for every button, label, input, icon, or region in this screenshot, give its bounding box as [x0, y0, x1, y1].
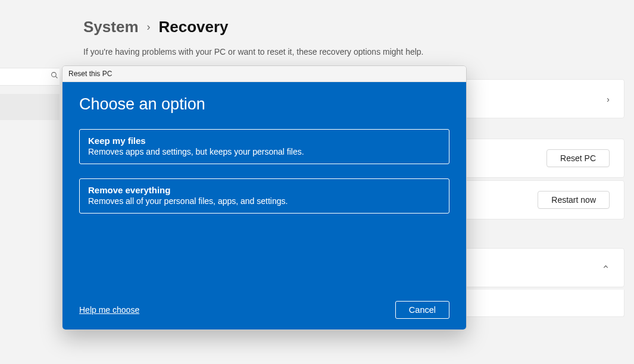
option-desc: Removes apps and settings, but keeps you… [88, 147, 441, 156]
option-desc: Removes all of your personal files, apps… [88, 196, 441, 206]
cancel-button[interactable]: Cancel [395, 301, 449, 319]
breadcrumb-current: Recovery [159, 18, 229, 36]
reset-pc-dialog: Reset this PC Choose an option Keep my f… [62, 65, 467, 330]
breadcrumb: System › Recovery [83, 18, 624, 36]
option-keep-my-files[interactable]: Keep my files Removes apps and settings,… [79, 129, 449, 164]
chevron-right-icon: › [147, 21, 151, 33]
chevron-right-icon: › [607, 94, 610, 104]
option-title: Remove everything [88, 185, 441, 195]
sidebar-active-item[interactable] [0, 94, 60, 120]
reset-pc-button[interactable]: Reset PC [546, 149, 610, 167]
restart-now-button[interactable]: Restart now [538, 191, 610, 209]
help-me-choose-link[interactable]: Help me choose [79, 305, 139, 315]
page-subtitle: If you're having problems with your PC o… [83, 47, 624, 57]
chevron-up-icon [602, 263, 610, 272]
svg-line-1 [55, 76, 57, 78]
search-icon [51, 71, 58, 81]
svg-point-0 [52, 73, 57, 77]
dialog-titlebar: Reset this PC [63, 66, 466, 82]
option-title: Keep my files [88, 136, 441, 146]
dialog-heading: Choose an option [79, 95, 449, 114]
breadcrumb-parent[interactable]: System [83, 18, 139, 36]
option-remove-everything[interactable]: Remove everything Removes all of your pe… [79, 178, 449, 214]
